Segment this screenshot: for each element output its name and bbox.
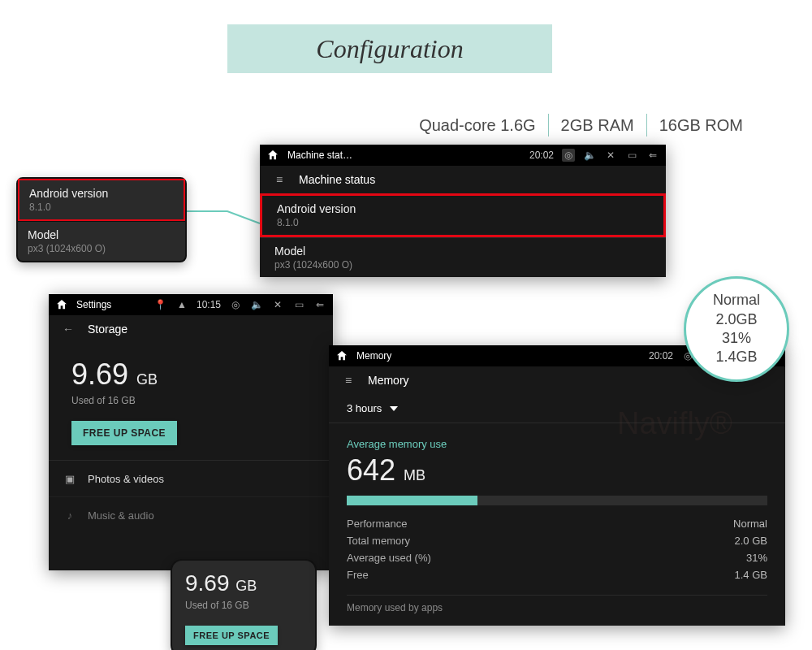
stat-label: Average used (%): [347, 552, 431, 564]
screenshot-memory: Memory 20:02 ◎ 🔈 ✕ ▭ ⇐ ≡ Memory 3 hours …: [329, 345, 785, 626]
time-range-dropdown[interactable]: 3 hours: [329, 394, 785, 423]
title-text: Configuration: [316, 34, 463, 64]
home-icon[interactable]: [335, 349, 348, 362]
storage-category-photos[interactable]: ▣ Photos & videos: [49, 460, 333, 496]
location-icon: 📍: [154, 298, 167, 311]
android-version-value: 8.1.0: [29, 202, 174, 213]
recents-icon[interactable]: ▭: [625, 149, 638, 162]
back-icon[interactable]: ⇐: [313, 298, 326, 311]
model-value: px3 (1024x600 O): [274, 259, 651, 271]
callout-android-highlight: Android version 8.1.0: [18, 179, 185, 221]
circle-line-pct: 31%: [722, 329, 751, 348]
memory-number: 642: [347, 453, 395, 487]
stat-value: Normal: [733, 518, 767, 530]
storage-used-value: 9.69 GB: [185, 570, 302, 596]
stat-value: 1.4 GB: [735, 569, 767, 581]
free-up-space-button[interactable]: FREE UP SPACE: [185, 626, 278, 645]
statusbar-title: Machine stat…: [287, 150, 352, 161]
photos-icon: ▣: [63, 472, 76, 485]
back-arrow-icon[interactable]: ←: [62, 323, 75, 336]
row-model[interactable]: Model px3 (1024x600 O): [260, 237, 666, 277]
stat-label: Free: [347, 569, 369, 581]
dropdown-value: 3 hours: [347, 402, 382, 414]
model-label: Model: [274, 245, 651, 258]
avg-memory-label: Average memory use: [347, 438, 767, 450]
title-banner: Configuration: [227, 24, 552, 73]
menu-icon[interactable]: ≡: [273, 173, 286, 186]
callout-storage: 9.69 GB Used of 16 GB FREE UP SPACE: [171, 559, 317, 650]
stat-value: 2.0 GB: [735, 535, 767, 547]
stat-label: Performance: [347, 518, 407, 530]
memory-footer[interactable]: Memory used by apps: [347, 595, 767, 613]
volume-icon[interactable]: 🔈: [250, 298, 263, 311]
close-wifi-icon[interactable]: ✕: [271, 298, 284, 311]
volume-icon[interactable]: 🔈: [583, 149, 596, 162]
model-value: px3 (1024x600 O): [28, 243, 175, 254]
status-bar: Settings 📍 ▲ 10:15 ◎ 🔈 ✕ ▭ ⇐: [49, 294, 333, 315]
close-wifi-icon[interactable]: ✕: [604, 149, 617, 162]
storage-used-value: 9.69 GB: [71, 358, 310, 392]
memory-usage-bar: [347, 496, 767, 505]
home-icon[interactable]: [266, 149, 279, 162]
android-version-label: Android version: [277, 202, 649, 215]
stat-total: Total memory 2.0 GB: [347, 532, 767, 549]
statusbar-title: Settings: [76, 299, 111, 310]
storage-number: 9.69: [185, 570, 230, 596]
back-icon[interactable]: ⇐: [646, 149, 659, 162]
storage-number: 9.69: [71, 358, 128, 391]
specs-line: Quad-core 1.6G 2GB RAM 16GB ROM: [407, 114, 755, 136]
wifi-icon: ▲: [175, 298, 188, 311]
statusbar-title: Memory: [356, 350, 391, 362]
spec-ram: 2GB RAM: [549, 116, 646, 135]
recents-icon[interactable]: ▭: [292, 298, 305, 311]
home-icon[interactable]: [55, 298, 68, 311]
clock-text: 20:02: [649, 350, 673, 362]
circle-line-total: 2.0GB: [715, 310, 757, 329]
chevron-down-icon: [390, 406, 398, 411]
storage-body: 9.69 GB Used of 16 GB FREE UP SPACE: [49, 343, 333, 460]
screenshot-machine-status: Machine stat… 20:02 ◎ 🔈 ✕ ▭ ⇐ ≡ Machine …: [260, 145, 666, 277]
stat-free: Free 1.4 GB: [347, 566, 767, 583]
row-android-version[interactable]: Android version 8.1.0: [260, 193, 666, 237]
model-label: Model: [28, 228, 175, 241]
spec-rom: 16GB ROM: [647, 116, 755, 135]
circle-line-free: 1.4GB: [715, 348, 757, 366]
free-up-space-button[interactable]: FREE UP SPACE: [71, 421, 177, 445]
status-bar: Machine stat… 20:02 ◎ 🔈 ✕ ▭ ⇐: [260, 145, 666, 166]
screenshot-storage: Settings 📍 ▲ 10:15 ◎ 🔈 ✕ ▭ ⇐ ← Storage 9…: [49, 294, 333, 570]
callout-model: Model px3 (1024x600 O): [18, 221, 185, 261]
storage-category-music[interactable]: ♪ Music & audio: [49, 496, 333, 533]
camera-icon[interactable]: ◎: [229, 298, 242, 311]
category-label: Music & audio: [88, 509, 154, 522]
menu-icon[interactable]: ≡: [342, 374, 355, 387]
callout-android-version: Android version 8.1.0 Model px3 (1024x60…: [16, 177, 187, 262]
stat-avg: Average used (%) 31%: [347, 549, 767, 566]
subheader: ≡ Machine status: [260, 166, 666, 193]
stat-performance: Performance Normal: [347, 515, 767, 532]
camera-icon[interactable]: ◎: [562, 149, 575, 162]
android-version-label: Android version: [29, 187, 174, 200]
memory-stats: Performance Normal Total memory 2.0 GB A…: [347, 515, 767, 583]
android-version-value: 8.1.0: [277, 217, 649, 228]
avg-memory-value: 642 MB: [347, 453, 767, 488]
memory-body: Average memory use 642 MB Performance No…: [329, 423, 785, 622]
clock-text: 10:15: [197, 299, 221, 310]
callout-memory-circle: Normal 2.0GB 31% 1.4GB: [684, 276, 789, 382]
storage-sub: Used of 16 GB: [185, 600, 302, 611]
storage-unit: GB: [235, 578, 257, 594]
category-label: Photos & videos: [88, 473, 164, 485]
clock-text: 20:02: [529, 150, 554, 161]
circle-line-performance: Normal: [713, 291, 760, 310]
subheader-title: Memory: [368, 374, 409, 387]
spec-cpu: Quad-core 1.6G: [407, 116, 547, 135]
stat-value: 31%: [746, 552, 767, 564]
memory-unit: MB: [404, 467, 425, 483]
stat-label: Total memory: [347, 535, 410, 547]
subheader-title: Machine status: [299, 173, 375, 186]
subheader: ← Storage: [49, 315, 333, 343]
storage-sub: Used of 16 GB: [71, 395, 310, 406]
storage-unit: GB: [136, 371, 158, 388]
music-icon: ♪: [63, 509, 76, 522]
subheader-title: Storage: [88, 323, 127, 336]
